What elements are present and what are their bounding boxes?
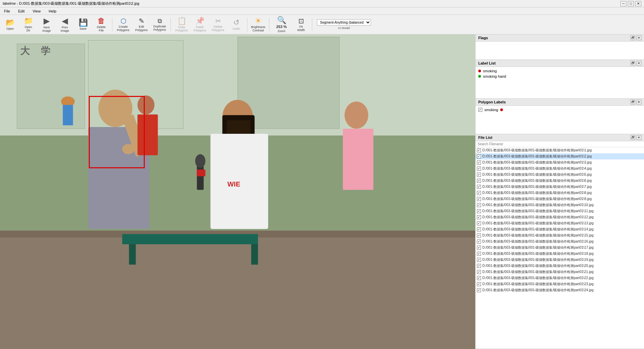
file-list-item[interactable]: ✓D:/001-数据集/003-吸烟数据集/001-吸烟数据集/吸烟动作检测pa… (476, 172, 644, 178)
label-list-header-controls: 🗗 ✕ (630, 61, 641, 66)
file-list-item[interactable]: ✓D:/001-数据集/003-吸烟数据集/001-吸烟数据集/吸烟动作检测pa… (476, 287, 644, 293)
label-list-close-button[interactable]: ✕ (637, 61, 641, 66)
file-list-close-button[interactable]: ✕ (637, 135, 641, 140)
label-item-smoking[interactable]: smoking (477, 68, 643, 74)
label-list-undock-button[interactable]: 🗗 (630, 61, 635, 66)
edit-polygons-button[interactable]: ✎ EditPolygons (133, 16, 150, 33)
brightness-contrast-label: BrightnessContrast (251, 25, 266, 32)
polygon-labels-close-button[interactable]: ✕ (637, 100, 641, 104)
open-button[interactable]: 📂 Open (1, 16, 19, 33)
file-list-item[interactable]: ✓D:/001-数据集/003-吸烟数据集/001-吸烟数据集/吸烟动作检测pa… (476, 214, 644, 220)
file-name: D:/001-数据集/003-吸烟数据集/001-吸烟数据集/吸烟动作检测par… (482, 209, 594, 214)
menu-file[interactable]: File (1, 8, 13, 14)
delete-file-button[interactable]: 🗑 DeleteFile (92, 16, 110, 33)
file-checkbox[interactable]: ✓ (477, 167, 481, 171)
next-image-button[interactable]: ▶ NextImage (38, 16, 55, 33)
file-checkbox[interactable]: ✓ (477, 185, 481, 189)
minimize-button[interactable]: ─ (620, 1, 626, 6)
file-list-item[interactable]: ✓D:/001-数据集/003-吸烟数据集/001-吸烟数据集/吸烟动作检测pa… (476, 178, 644, 184)
undo-button[interactable]: ↺ Undo (227, 16, 245, 33)
next-image-icon: ▶ (44, 17, 50, 25)
menu-edit[interactable]: Edit (16, 8, 27, 14)
file-list-item[interactable]: ✓D:/001-数据集/003-吸烟数据集/001-吸烟数据集/吸烟动作检测pa… (476, 166, 644, 172)
file-checkbox[interactable]: ✓ (477, 264, 481, 268)
maximize-button[interactable]: □ (628, 1, 634, 6)
file-checkbox[interactable]: ✓ (477, 179, 481, 183)
file-checkbox[interactable]: ✓ (477, 258, 481, 262)
flags-undock-button[interactable]: 🗗 (630, 35, 635, 40)
file-checkbox[interactable]: ✓ (477, 148, 481, 152)
file-checkbox[interactable]: ✓ (477, 203, 481, 207)
file-list-item[interactable]: ✓D:/001-数据集/003-吸烟数据集/001-吸烟数据集/吸烟动作检测pa… (476, 202, 644, 208)
brightness-contrast-button[interactable]: ☀ BrightnessContrast (249, 16, 267, 33)
file-list-item[interactable]: ✓D:/001-数据集/003-吸烟数据集/001-吸烟数据集/吸烟动作检测pa… (476, 257, 644, 263)
file-list-item[interactable]: ✓D:/001-数据集/003-吸烟数据集/001-吸烟数据集/吸烟动作检测pa… (476, 190, 644, 196)
ai-model-select[interactable]: Segment-Anything (balanced) Segment-Anyt… (317, 19, 371, 26)
file-list-item[interactable]: ✓D:/001-数据集/003-吸烟数据集/001-吸烟数据集/吸烟动作检测pa… (476, 239, 644, 245)
save-button[interactable]: 💾 Save (74, 16, 92, 33)
fit-width-button[interactable]: ⊡ FitWidth (292, 16, 310, 33)
file-checkbox[interactable]: ✓ (477, 221, 481, 225)
file-list-item[interactable]: ✓D:/001-数据集/003-吸烟数据集/001-吸烟数据集/吸烟动作检测pa… (476, 196, 644, 202)
file-checkbox[interactable]: ✓ (477, 276, 481, 280)
delete-polygons-label: DeletePolygons (212, 25, 224, 32)
file-search-input[interactable] (476, 141, 644, 147)
file-list-item[interactable]: ✓D:/001-数据集/003-吸烟数据集/001-吸烟数据集/吸烟动作检测pa… (476, 245, 644, 251)
svg-rect-4 (238, 37, 340, 129)
delete-polygons-button[interactable]: ✂ DeletePolygons (209, 16, 227, 33)
file-checkbox[interactable]: ✓ (477, 154, 481, 158)
file-checkbox[interactable]: ✓ (477, 246, 481, 250)
file-list-item[interactable]: ✓D:/001-数据集/003-吸烟数据集/001-吸烟数据集/吸烟动作检测pa… (476, 208, 644, 214)
file-list-item[interactable]: ✓D:/001-数据集/003-吸烟数据集/001-吸烟数据集/吸烟动作检测pa… (476, 263, 644, 269)
canvas-area[interactable]: WIE 大 学 (0, 34, 475, 349)
menu-view[interactable]: View (30, 8, 44, 14)
file-checkbox[interactable]: ✓ (477, 160, 481, 165)
toolbar-separator-2 (170, 18, 171, 31)
file-checkbox[interactable]: ✓ (477, 197, 481, 201)
file-list-undock-button[interactable]: 🗗 (630, 135, 635, 140)
file-list-item[interactable]: ✓D:/001-数据集/003-吸烟数据集/001-吸烟数据集/吸烟动作检测pa… (476, 251, 644, 257)
file-checkbox[interactable]: ✓ (477, 252, 481, 256)
file-list-item[interactable]: ✓D:/001-数据集/003-吸烟数据集/001-吸烟数据集/吸烟动作检测pa… (476, 275, 644, 281)
file-list-item[interactable]: ✓D:/001-数据集/003-吸烟数据集/001-吸烟数据集/吸烟动作检测pa… (476, 232, 644, 239)
file-list-item[interactable]: ✓D:/001-数据集/003-吸烟数据集/001-吸烟数据集/吸烟动作检测pa… (476, 226, 644, 232)
file-checkbox[interactable]: ✓ (477, 240, 481, 244)
copy-polygons-button[interactable]: 📋 CopyPolygons (173, 16, 190, 33)
file-list-item[interactable]: ✓D:/001-数据集/003-吸烟数据集/001-吸烟数据集/吸烟动作检测pa… (476, 159, 644, 166)
file-checkbox[interactable]: ✓ (477, 191, 481, 195)
open-dir-label: OpenDir (25, 25, 32, 32)
file-list-item[interactable]: ✓D:/001-数据集/003-吸烟数据集/001-吸烟数据集/吸烟动作检测pa… (476, 184, 644, 190)
file-checkbox[interactable]: ✓ (477, 215, 481, 219)
file-list-item[interactable]: ✓D:/001-数据集/003-吸烟数据集/001-吸烟数据集/吸烟动作检测pa… (476, 269, 644, 275)
file-list-item[interactable]: ✓D:/001-数据集/003-吸烟数据集/001-吸烟数据集/吸烟动作检测pa… (476, 281, 644, 287)
fit-width-icon: ⊡ (298, 18, 304, 24)
paste-polygons-button[interactable]: 📌 PastePolygons (191, 16, 209, 33)
file-checkbox[interactable]: ✓ (477, 227, 481, 231)
flags-close-button[interactable]: ✕ (637, 35, 641, 40)
label-item-smoking-hand[interactable]: smoking hand (477, 74, 643, 79)
file-checkbox[interactable]: ✓ (477, 282, 481, 286)
file-list-container[interactable]: ✓D:/001-数据集/003-吸烟数据集/001-吸烟数据集/吸烟动作检测pa… (476, 147, 644, 349)
create-polygons-button[interactable]: ⬡ CreatePolygons (114, 16, 132, 33)
file-name: D:/001-数据集/003-吸烟数据集/001-吸烟数据集/吸烟动作检测par… (482, 191, 592, 195)
svg-point-15 (122, 144, 134, 154)
file-checkbox[interactable]: ✓ (477, 270, 481, 274)
polygon-labels-undock-button[interactable]: 🗗 (630, 100, 635, 104)
file-list-item[interactable]: ✓D:/001-数据集/003-吸烟数据集/001-吸烟数据集/吸烟动作检测pa… (476, 220, 644, 226)
file-checkbox[interactable]: ✓ (477, 288, 481, 292)
file-checkbox[interactable]: ✓ (477, 233, 481, 238)
file-checkbox[interactable]: ✓ (477, 209, 481, 213)
open-dir-button[interactable]: 📁 OpenDir (20, 16, 37, 33)
file-name: D:/001-数据集/003-吸烟数据集/001-吸烟数据集/吸烟动作检测par… (482, 233, 594, 238)
duplicate-polygons-button[interactable]: ⧉ DuplicatePolygons (151, 16, 168, 33)
prev-image-button[interactable]: ◀ PrevImage (56, 16, 74, 33)
polygon-label-checkbox-smoking[interactable]: ✓ (478, 108, 482, 112)
polygon-label-smoking[interactable]: ✓ smoking (477, 107, 643, 113)
close-button[interactable]: ✕ (635, 1, 641, 6)
menu-help[interactable]: Help (46, 8, 59, 14)
file-list-item[interactable]: ✓D:/001-数据集/003-吸烟数据集/001-吸烟数据集/吸烟动作检测pa… (476, 153, 644, 159)
file-checkbox[interactable]: ✓ (477, 173, 481, 177)
zoom-label: Zoom (277, 29, 285, 33)
file-list-item[interactable]: ✓D:/001-数据集/003-吸烟数据集/001-吸烟数据集/吸烟动作检测pa… (476, 147, 644, 153)
file-name: D:/001-数据集/003-吸烟数据集/001-吸烟数据集/吸烟动作检测par… (482, 178, 592, 183)
